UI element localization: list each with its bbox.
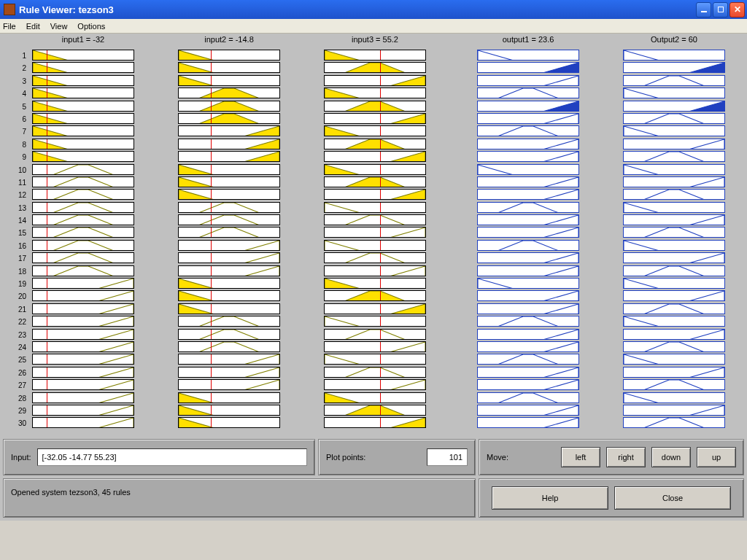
rule-cell-input3-10[interactable] (324, 164, 426, 175)
input-slider-line[interactable] (47, 278, 47, 289)
input-slider-line[interactable] (47, 290, 47, 301)
input-slider-line[interactable] (211, 88, 212, 98)
input-slider-line[interactable] (380, 417, 381, 428)
input-slider-line[interactable] (211, 341, 212, 352)
rule-cell-input1-10[interactable] (32, 164, 134, 175)
rule-cell-input3-4[interactable] (324, 88, 426, 98)
rule-cell-input1-24[interactable] (32, 341, 134, 352)
rule-cell-input1-13[interactable] (32, 202, 134, 213)
input-slider-line[interactable] (211, 214, 212, 225)
rule-cell-input1-17[interactable] (32, 252, 134, 263)
rule-cell-input1-5[interactable] (32, 101, 134, 112)
rule-cell-input1-7[interactable] (32, 125, 134, 136)
maximize-button[interactable] (713, 2, 728, 18)
menu-options[interactable]: Options (77, 22, 105, 31)
rule-cell-input2-19[interactable] (178, 278, 280, 289)
input-slider-line[interactable] (380, 392, 381, 403)
input-slider-line[interactable] (211, 417, 212, 428)
input-slider-line[interactable] (380, 252, 381, 263)
minimize-button[interactable] (696, 2, 711, 18)
input-slider-line[interactable] (380, 151, 381, 162)
input-slider-line[interactable] (47, 189, 47, 200)
input-slider-line[interactable] (47, 354, 47, 365)
rule-cell-input3-18[interactable] (324, 265, 426, 276)
input-slider-line[interactable] (380, 125, 381, 136)
rule-cell-input1-11[interactable] (32, 176, 134, 187)
input-slider-line[interactable] (380, 379, 381, 390)
rule-cell-input2-10[interactable] (178, 164, 280, 175)
input-slider-line[interactable] (380, 278, 381, 289)
rule-cell-input1-2[interactable] (32, 62, 134, 73)
input-slider-line[interactable] (380, 265, 381, 276)
rule-cell-input1-23[interactable] (32, 329, 134, 340)
input-slider-line[interactable] (380, 227, 381, 238)
rule-cell-input3-29[interactable] (324, 405, 426, 416)
rule-cell-input2-20[interactable] (178, 290, 280, 301)
input-slider-line[interactable] (380, 240, 381, 251)
move-down-button[interactable]: down (651, 447, 691, 467)
input-slider-line[interactable] (211, 176, 212, 187)
rule-cell-input1-3[interactable] (32, 75, 134, 86)
input-slider-line[interactable] (47, 176, 47, 187)
rule-cell-input2-21[interactable] (178, 303, 280, 314)
rule-cell-input3-11[interactable] (324, 176, 426, 187)
rule-cell-input3-2[interactable] (324, 62, 426, 73)
input-slider-line[interactable] (47, 417, 47, 428)
rule-cell-input3-3[interactable] (324, 75, 426, 86)
input-slider-line[interactable] (211, 139, 212, 149)
rule-cell-input3-14[interactable] (324, 214, 426, 225)
input-slider-line[interactable] (211, 252, 212, 263)
rule-cell-input1-4[interactable] (32, 88, 134, 98)
input-slider-line[interactable] (211, 50, 212, 61)
input-slider-line[interactable] (47, 252, 47, 263)
rule-cell-input3-25[interactable] (324, 354, 426, 365)
rule-cell-input2-9[interactable] (178, 151, 280, 162)
rule-cell-input3-27[interactable] (324, 379, 426, 390)
rule-cell-input2-27[interactable] (178, 379, 280, 390)
rule-cell-input1-20[interactable] (32, 290, 134, 301)
input-slider-line[interactable] (47, 367, 47, 378)
rule-cell-input3-17[interactable] (324, 252, 426, 263)
input-slider-line[interactable] (211, 125, 212, 136)
rule-cell-input1-21[interactable] (32, 303, 134, 314)
input-slider-line[interactable] (47, 316, 47, 327)
input-slider-line[interactable] (380, 290, 381, 301)
menu-file[interactable]: File (3, 22, 16, 31)
input-slider-line[interactable] (211, 392, 212, 403)
rule-cell-input3-23[interactable] (324, 329, 426, 340)
rule-cell-input2-5[interactable] (178, 101, 280, 112)
input-slider-line[interactable] (211, 265, 212, 276)
rule-cell-input1-27[interactable] (32, 379, 134, 390)
input-slider-line[interactable] (47, 88, 47, 98)
input-slider-line[interactable] (47, 214, 47, 225)
input-slider-line[interactable] (47, 405, 47, 416)
input-slider-line[interactable] (380, 176, 381, 187)
rule-cell-input3-24[interactable] (324, 341, 426, 352)
rule-cell-input1-28[interactable] (32, 392, 134, 403)
rule-cell-input3-22[interactable] (324, 316, 426, 327)
rule-cell-input1-29[interactable] (32, 405, 134, 416)
input-slider-line[interactable] (47, 240, 47, 251)
input-slider-line[interactable] (47, 227, 47, 238)
rule-cell-input3-7[interactable] (324, 125, 426, 136)
input-slider-line[interactable] (380, 139, 381, 149)
input-slider-line[interactable] (380, 189, 381, 200)
input-slider-line[interactable] (380, 50, 381, 61)
input-slider-line[interactable] (47, 341, 47, 352)
rule-cell-input3-9[interactable] (324, 151, 426, 162)
rule-cell-input1-16[interactable] (32, 240, 134, 251)
rule-cell-input2-29[interactable] (178, 405, 280, 416)
input-slider-line[interactable] (380, 113, 381, 124)
rule-cell-input2-12[interactable] (178, 189, 280, 200)
input-slider-line[interactable] (47, 75, 47, 86)
menu-edit[interactable]: Edit (26, 22, 40, 31)
rule-cell-input3-6[interactable] (324, 113, 426, 124)
input-slider-line[interactable] (211, 189, 212, 200)
rule-cell-input3-16[interactable] (324, 240, 426, 251)
rule-cell-input2-25[interactable] (178, 354, 280, 365)
rule-cell-input2-4[interactable] (178, 88, 280, 98)
input-slider-line[interactable] (47, 151, 47, 162)
rule-cell-input2-17[interactable] (178, 252, 280, 263)
input-field[interactable] (37, 448, 307, 466)
rule-cell-input1-18[interactable] (32, 265, 134, 276)
